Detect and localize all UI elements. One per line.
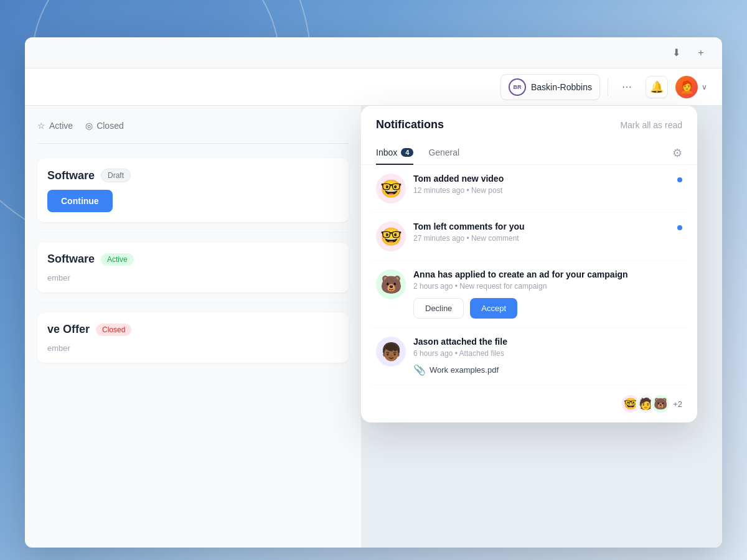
avatar-tom-1: 🤓	[376, 174, 406, 203]
notifications-tabs: Inbox 4 General ⚙	[361, 141, 697, 165]
user-avatar: 🧑‍🦰	[675, 76, 698, 98]
left-panel: ☆ Active ◎ Closed Software Draft Continu…	[25, 106, 361, 548]
card-subtitle-2: ember	[47, 273, 339, 282]
notifications-footer: 🤓 🧑 🐻 +2	[361, 385, 697, 422]
notification-separator-1: •	[466, 186, 471, 195]
notification-item: 👦🏾 Jason attached the file 6 hours ago •…	[371, 328, 687, 385]
filter-tab-closed[interactable]: ◎ Closed	[85, 121, 124, 133]
notifications-title: Notifications	[376, 118, 444, 131]
notification-meta-1: 12 minutes ago • New post	[413, 186, 670, 195]
unread-dot-2	[677, 225, 682, 230]
card-title-3: ve Offer	[47, 323, 90, 336]
footer-avatar-group: 🤓 🧑 🐻 +2	[621, 394, 682, 414]
mark-all-read-button[interactable]: Mark all as read	[620, 120, 682, 130]
card-title-1: Software	[47, 169, 95, 182]
notification-attachment[interactable]: 📎 Work examples.pdf	[413, 364, 682, 376]
notification-meta-3: 2 hours ago • New request for campaign	[413, 282, 682, 291]
continue-button[interactable]: Continue	[47, 190, 113, 212]
card-software-active: Software Active ember	[37, 243, 349, 292]
settings-gear-icon[interactable]: ⚙	[672, 146, 682, 160]
notification-content-1: Tom added new video 12 minutes ago • New…	[413, 174, 670, 195]
notification-type-1: New post	[471, 186, 502, 195]
notification-type-3: New request for campaign	[459, 282, 547, 291]
notification-actions: Decline Accept	[413, 298, 682, 319]
filter-tab-active-label: Active	[49, 121, 73, 131]
tab-general[interactable]: General	[428, 141, 459, 165]
user-avatar-wrapper[interactable]: 🧑‍🦰 ∨	[675, 76, 707, 98]
paperclip-icon: 📎	[413, 364, 426, 376]
footer-avatar-count: +2	[673, 399, 682, 409]
attachment-filename: Work examples.pdf	[430, 365, 499, 375]
notification-message-1: Tom added new video	[413, 174, 670, 184]
tab-general-label: General	[428, 147, 459, 157]
card-title-2: Software	[47, 253, 95, 266]
circle-icon: ◎	[85, 121, 93, 131]
card-header-3: ve Offer Closed	[47, 323, 339, 336]
card-software-draft: Software Draft Continue	[37, 159, 349, 222]
avatar-anna: 🐻	[376, 269, 406, 299]
notification-content-4: Jason attached the file 6 hours ago • At…	[413, 337, 682, 376]
filter-tab-active[interactable]: ☆ Active	[37, 121, 73, 133]
notification-message-2: Tom left comments for you	[413, 222, 670, 231]
decline-button[interactable]: Decline	[413, 298, 464, 319]
notification-item: 🤓 Tom added new video 12 minutes ago • N…	[371, 165, 687, 213]
more-button[interactable]: ⋯	[616, 76, 638, 98]
notification-separator-4: •	[455, 349, 459, 358]
notification-content-2: Tom left comments for you 27 minutes ago…	[413, 222, 670, 243]
avatar-jason: 👦🏾	[376, 337, 406, 366]
notifications-header: Notifications Mark all as read	[361, 106, 697, 131]
notification-separator-2: •	[466, 234, 471, 243]
tab-inbox-label: Inbox	[376, 147, 397, 157]
unread-dot-1	[677, 177, 682, 182]
chevron-down-icon: ∨	[702, 83, 707, 91]
notification-meta-4: 6 hours ago • Attached files	[413, 349, 682, 358]
notification-meta-2: 27 minutes ago • New comment	[413, 234, 670, 243]
browser-topbar: ⬇ +	[25, 37, 722, 68]
download-icon[interactable]: ⬇	[667, 44, 685, 62]
accept-button[interactable]: Accept	[470, 298, 517, 319]
card-header-1: Software Draft	[47, 169, 339, 182]
star-icon: ☆	[37, 121, 45, 131]
notification-time-1: 12 minutes ago	[413, 186, 464, 195]
notifications-list: 🤓 Tom added new video 12 minutes ago • N…	[361, 165, 697, 385]
notification-type-2: New comment	[471, 234, 519, 243]
divider-1	[37, 232, 349, 233]
notification-time-3: 2 hours ago	[413, 282, 453, 291]
brand-logo[interactable]: BR Baskin-Robbins	[500, 74, 600, 100]
new-tab-icon[interactable]: +	[692, 44, 710, 62]
divider-2	[37, 302, 349, 303]
header-divider	[608, 78, 608, 96]
bell-wrapper: 🔔	[646, 76, 668, 98]
badge-draft: Draft	[101, 169, 131, 182]
avatar-tom-2: 🤓	[376, 222, 406, 251]
brand-initials: BR	[509, 78, 526, 96]
filter-tab-closed-label: Closed	[96, 121, 124, 131]
badge-closed: Closed	[96, 324, 131, 336]
app-header: BR Baskin-Robbins ⋯ 🔔 🧑‍🦰 ∨	[25, 68, 722, 106]
card-offer-closed: ve Offer Closed ember	[37, 313, 349, 363]
footer-avatar-3: 🐻	[651, 394, 670, 414]
tab-inbox[interactable]: Inbox 4	[376, 141, 413, 165]
card-subtitle-3: ember	[47, 343, 339, 353]
card-header-2: Software Active	[47, 253, 339, 266]
bell-button[interactable]: 🔔	[646, 76, 668, 98]
brand-name: Baskin-Robbins	[531, 82, 592, 92]
notification-message-4: Jason attached the file	[413, 337, 682, 347]
notification-item: 🤓 Tom left comments for you 27 minutes a…	[371, 213, 687, 261]
notification-content-3: Anna has applied to create an ad for you…	[413, 269, 682, 319]
notification-message-3: Anna has applied to create an ad for you…	[413, 269, 682, 279]
notification-time-2: 27 minutes ago	[413, 234, 464, 243]
notifications-panel: Notifications Mark all as read Inbox 4 G…	[361, 106, 697, 422]
notification-item: 🐻 Anna has applied to create an ad for y…	[371, 261, 687, 328]
badge-active: Active	[101, 253, 134, 266]
tab-inbox-count: 4	[401, 148, 413, 157]
filter-tabs: ☆ Active ◎ Closed	[37, 121, 349, 144]
browser-window: ⬇ + BR Baskin-Robbins ⋯ 🔔 🧑‍🦰 ∨ ☆ Active	[25, 37, 722, 548]
notification-type-4: Attached files	[459, 349, 504, 358]
notification-time-4: 6 hours ago	[413, 349, 453, 358]
